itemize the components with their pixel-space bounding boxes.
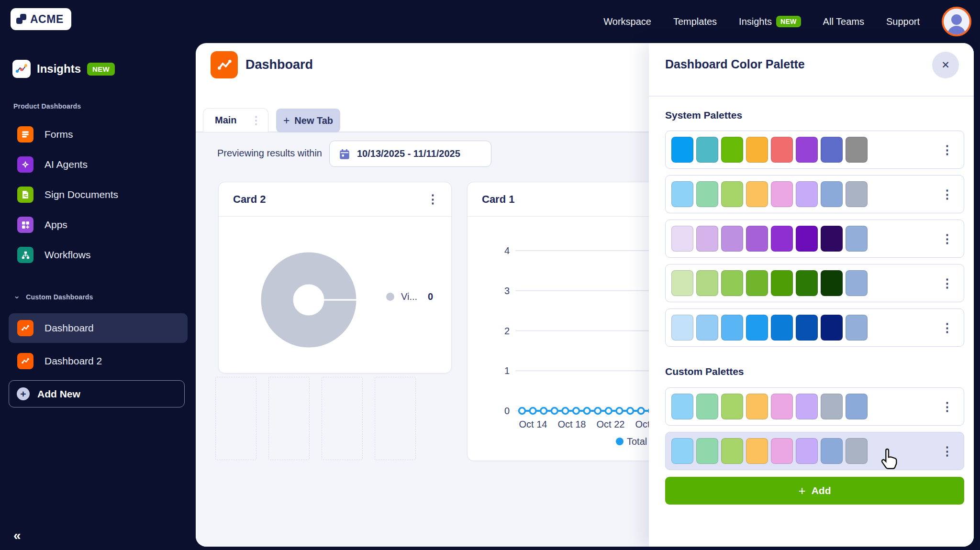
color-swatch[interactable] <box>721 181 743 207</box>
dashboard-chart-icon <box>17 353 33 369</box>
nav-all-teams[interactable]: All Teams <box>823 16 864 27</box>
system-palette-row-5[interactable]: ⋮ <box>665 308 964 347</box>
system-palette-row-4[interactable]: ⋮ <box>665 264 964 302</box>
sidebar-item-dashboard[interactable]: Dashboard <box>9 313 188 343</box>
user-avatar[interactable] <box>942 7 971 36</box>
color-swatch[interactable] <box>696 438 718 464</box>
palette-kebab-icon[interactable]: ⋮ <box>941 233 953 245</box>
palette-kebab-icon[interactable]: ⋮ <box>941 322 953 334</box>
color-swatch[interactable] <box>771 181 793 207</box>
color-swatch[interactable] <box>771 226 793 252</box>
color-swatch[interactable] <box>821 394 843 419</box>
color-swatch[interactable] <box>671 438 693 464</box>
color-swatch[interactable] <box>846 270 868 296</box>
color-swatch[interactable] <box>696 137 718 163</box>
palette-kebab-icon[interactable]: ⋮ <box>941 277 953 289</box>
acme-logo[interactable]: ACME <box>11 8 71 30</box>
custom-palette-row-1[interactable]: ⋮ <box>665 387 964 426</box>
color-swatch[interactable] <box>721 394 743 419</box>
color-swatch[interactable] <box>721 137 743 163</box>
color-swatch[interactable] <box>771 270 793 296</box>
sidebar-item-dashboard-2[interactable]: Dashboard 2 <box>9 346 188 376</box>
color-swatch[interactable] <box>821 438 843 464</box>
color-swatch[interactable] <box>846 315 868 341</box>
system-palette-row-2[interactable]: ⋮ <box>665 175 964 213</box>
nav-support[interactable]: Support <box>886 16 920 27</box>
card-2-kebab-icon[interactable]: ⋮ <box>427 193 439 205</box>
color-swatch[interactable] <box>846 226 868 252</box>
color-swatch[interactable] <box>671 315 693 341</box>
sidebar-item-workflows[interactable]: Workflows <box>9 240 188 270</box>
section-custom-dashboards[interactable]: ⌄ Custom Dashboards <box>13 293 93 301</box>
color-swatch[interactable] <box>846 137 868 163</box>
card-2-header: Card 2 ⋮ <box>219 182 451 217</box>
system-palette-row-3[interactable]: ⋮ <box>665 220 964 258</box>
collapse-sidebar-button[interactable]: « <box>13 528 21 543</box>
date-range-picker[interactable]: 10/13/2025 - 11/11/2025 <box>329 141 491 167</box>
color-swatch[interactable] <box>846 438 868 464</box>
color-swatch[interactable] <box>771 315 793 341</box>
color-swatch[interactable] <box>696 226 718 252</box>
color-swatch[interactable] <box>846 394 868 419</box>
color-swatch[interactable] <box>671 137 693 163</box>
tab-main[interactable]: Main ⋮ <box>203 108 268 132</box>
color-swatch[interactable] <box>771 394 793 419</box>
color-swatch[interactable] <box>796 394 818 419</box>
color-swatch[interactable] <box>796 137 818 163</box>
add-palette-button[interactable]: + Add <box>665 477 964 505</box>
color-swatch[interactable] <box>721 315 743 341</box>
color-swatch[interactable] <box>771 137 793 163</box>
color-swatch[interactable] <box>721 226 743 252</box>
color-swatch[interactable] <box>696 270 718 296</box>
add-new-button[interactable]: + Add New <box>9 380 185 407</box>
color-swatch[interactable] <box>796 226 818 252</box>
sidebar-item-ai-agents[interactable]: AI Agents <box>9 150 188 179</box>
color-swatch[interactable] <box>746 394 768 419</box>
svg-text:Oct 18: Oct 18 <box>558 419 586 429</box>
color-swatch[interactable] <box>821 181 843 207</box>
color-swatch[interactable] <box>796 315 818 341</box>
color-swatch[interactable] <box>746 137 768 163</box>
sparkle-icon <box>17 156 33 173</box>
color-swatch[interactable] <box>671 270 693 296</box>
color-swatch[interactable] <box>696 181 718 207</box>
color-swatch[interactable] <box>671 181 693 207</box>
nav-insights[interactable]: Insights NEW <box>739 16 801 27</box>
color-swatch[interactable] <box>821 270 843 296</box>
color-swatch[interactable] <box>746 181 768 207</box>
system-palette-row-1[interactable]: ⋮ <box>665 131 964 169</box>
palette-kebab-icon[interactable]: ⋮ <box>941 401 953 413</box>
legend-label: Vi... <box>401 291 417 302</box>
color-swatch[interactable] <box>746 270 768 296</box>
color-swatch[interactable] <box>671 394 693 419</box>
color-swatch[interactable] <box>746 315 768 341</box>
new-tab-button[interactable]: + New Tab <box>276 109 340 132</box>
color-swatch[interactable] <box>696 394 718 419</box>
color-swatch[interactable] <box>746 438 768 464</box>
color-swatch[interactable] <box>821 137 843 163</box>
nav-workspace[interactable]: Workspace <box>603 16 651 27</box>
color-swatch[interactable] <box>671 226 693 252</box>
color-swatch[interactable] <box>796 181 818 207</box>
color-swatch[interactable] <box>721 270 743 296</box>
color-swatch[interactable] <box>696 315 718 341</box>
color-swatch[interactable] <box>821 315 843 341</box>
sidebar-item-apps[interactable]: Apps <box>9 210 188 240</box>
palette-kebab-icon[interactable]: ⋮ <box>941 188 953 200</box>
palette-kebab-icon[interactable]: ⋮ <box>941 445 953 457</box>
color-swatch[interactable] <box>771 438 793 464</box>
color-swatch[interactable] <box>796 438 818 464</box>
color-swatch[interactable] <box>746 226 768 252</box>
palette-kebab-icon[interactable]: ⋮ <box>941 144 953 156</box>
sidebar-item-forms[interactable]: Forms <box>9 120 188 149</box>
color-swatch[interactable] <box>846 181 868 207</box>
sidebar-item-sign-documents[interactable]: Sign Documents <box>9 180 188 209</box>
tab-options-kebab-icon[interactable]: ⋮ <box>251 115 261 126</box>
custom-palette-row-2[interactable]: ⋮ <box>665 432 964 470</box>
color-swatch[interactable] <box>796 270 818 296</box>
nav-templates[interactable]: Templates <box>673 16 717 27</box>
close-icon[interactable]: ✕ <box>932 52 959 78</box>
dashboard-chart-icon <box>17 320 33 336</box>
color-swatch[interactable] <box>821 226 843 252</box>
color-swatch[interactable] <box>721 438 743 464</box>
